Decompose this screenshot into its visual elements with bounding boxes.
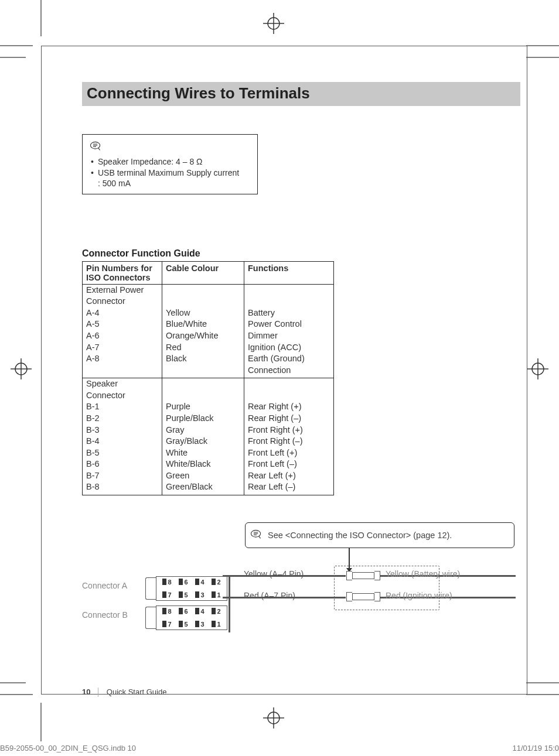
pin-num: 7: [162, 591, 171, 598]
pin-num: 1: [212, 591, 220, 598]
pin: A-6: [83, 330, 162, 342]
wire-red-label: Red (A–7 Pin): [244, 591, 295, 600]
colour: Gray/Black: [162, 436, 244, 447]
pin: B-5: [83, 447, 162, 459]
group-a-label: External Power Connector: [83, 284, 162, 307]
colour: Yellow: [162, 307, 244, 319]
func: Rear Left (–): [244, 481, 334, 495]
fuse-yellow-icon: [346, 571, 380, 580]
connector-a-plug: 8 6 4 2 7 5 3 1: [145, 574, 230, 603]
pin: A-4: [83, 307, 162, 319]
group-b-label: Speaker Connector: [83, 378, 162, 402]
func: Front Left (–): [244, 459, 334, 470]
func: Rear Right (+): [244, 401, 334, 413]
pin-num: 5: [179, 621, 188, 628]
pin: B-4: [83, 436, 162, 447]
page-number-value: 10: [82, 687, 90, 696]
pin-num: 5: [179, 591, 188, 598]
note-line-2-sub: : 500 mA: [90, 179, 251, 188]
page-number: 10 │ Quick Start Guide: [82, 687, 166, 696]
connector-b-plug: 8 6 4 2 7 5 3 1: [145, 603, 230, 632]
connector-b-label: Connector B: [82, 610, 128, 620]
colour: Green: [162, 470, 244, 482]
note-icon: [250, 529, 263, 541]
colour: Gray: [162, 425, 244, 436]
section-title-bar: Connecting Wires to Terminals: [82, 82, 520, 106]
note-line-2: USB terminal Maximum Supply current: [90, 167, 251, 179]
registration-mark-right: [527, 358, 548, 379]
pin-num: 2: [212, 579, 220, 586]
colour: Green/Black: [162, 481, 244, 495]
section-title: Connecting Wires to Terminals: [87, 84, 516, 102]
func: Earth (Ground) Connection: [244, 353, 334, 378]
colour: Purple: [162, 401, 244, 413]
colour: Purple/Black: [162, 413, 244, 425]
wiring-diagram: See <Connecting the ISO Connector> (page…: [82, 522, 520, 639]
pin-num: 6: [179, 608, 188, 615]
func: Rear Left (+): [244, 470, 334, 482]
func: Rear Right (–): [244, 413, 334, 425]
connector-a-label: Connector A: [82, 581, 127, 590]
colour: Black: [162, 353, 244, 378]
note-box: Speaker Impedance: 4 – 8 Ω USB terminal …: [82, 134, 258, 194]
callout-box: See <Connecting the ISO Connector> (page…: [245, 522, 514, 548]
th-func: Functions: [244, 261, 334, 284]
pin: B-6: [83, 459, 162, 470]
pin-num: 7: [162, 621, 171, 628]
pin-num: 4: [195, 608, 204, 615]
pin-num: 3: [195, 621, 204, 628]
registration-mark-top: [263, 13, 284, 34]
pin-num: 6: [179, 579, 188, 586]
colour: Blue/White: [162, 319, 244, 330]
pin: B-3: [83, 425, 162, 436]
pin-num: 3: [195, 591, 204, 598]
pin-num: 8: [162, 608, 171, 615]
pin: A-7: [83, 342, 162, 354]
dest-red-label: Red (Ignition wire): [386, 591, 452, 600]
footer-filename: B59-2055-00_00_2DIN_E_QSG.indb 10: [0, 744, 136, 752]
func: Dimmer: [244, 330, 334, 342]
th-pin: Pin Numbers for ISO Connectors: [83, 261, 162, 284]
colour: White/Black: [162, 459, 244, 470]
th-colour: Cable Colour: [162, 261, 244, 284]
footer-date: 11/01/19 15:0: [512, 744, 559, 752]
pin-num: 2: [212, 608, 220, 615]
callout-text: See <Connecting the ISO Connector> (page…: [268, 531, 452, 540]
func: Front Right (+): [244, 425, 334, 436]
pin-num: 4: [195, 579, 204, 586]
page: Connecting Wires to Terminals Speaker Im…: [0, 0, 559, 756]
pin: B-2: [83, 413, 162, 425]
note-line-1: Speaker Impedance: 4 – 8 Ω: [90, 156, 251, 167]
func: Battery: [244, 307, 334, 319]
registration-mark-bottom: [263, 707, 284, 728]
colour: White: [162, 447, 244, 459]
func: Power Control: [244, 319, 334, 330]
content: Connecting Wires to Terminals Speaker Im…: [82, 82, 520, 639]
colour: Orange/White: [162, 330, 244, 342]
pin-num: 1: [212, 621, 220, 628]
pin: B-8: [83, 481, 162, 495]
connector-table: Pin Numbers for ISO Connectors Cable Col…: [82, 261, 334, 495]
fuse-red-icon: [346, 592, 380, 601]
colour: Red: [162, 342, 244, 354]
callout-leader: [349, 548, 350, 568]
dest-yellow-label: Yellow (Battery wire): [386, 569, 460, 579]
pin: A-5: [83, 319, 162, 330]
func: Front Right (–): [244, 436, 334, 447]
wire-trunk: [229, 575, 230, 632]
func: Front Left (+): [244, 447, 334, 459]
note-icon: [90, 141, 251, 153]
wire-yellow-label: Yellow (A–4 Pin): [244, 569, 304, 579]
func: Ignition (ACC): [244, 342, 334, 354]
registration-mark-left: [11, 358, 32, 379]
pin-num: 8: [162, 579, 171, 586]
pin: A-8: [83, 353, 162, 378]
pin: B-7: [83, 470, 162, 482]
pin: B-1: [83, 401, 162, 413]
table-title: Connector Function Guide: [82, 248, 520, 259]
guide-name: Quick Start Guide: [107, 687, 167, 696]
